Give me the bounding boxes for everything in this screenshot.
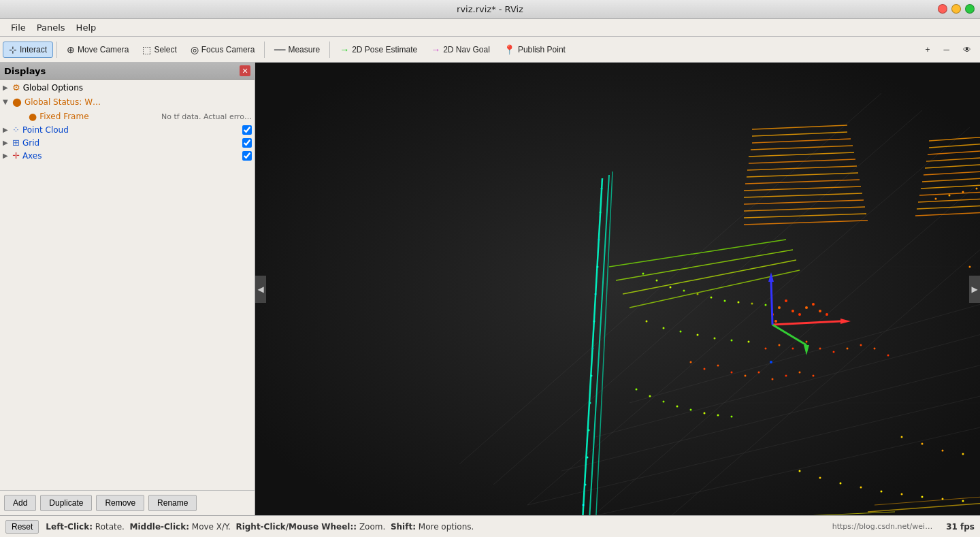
add-display-button[interactable]: + [919,42,936,57]
collapse-left-arrow[interactable]: ◀ [255,276,266,303]
svg-point-48 [714,338,716,340]
svg-line-145 [771,280,772,325]
select-icon: ⬚ [142,44,151,55]
tree-item-fixed-frame[interactable]: ● Fixed Frame No tf data. Actual erro… [0,110,255,123]
svg-point-177 [663,401,665,403]
expand-global-status[interactable]: ▼ [3,98,12,105]
axes-checkbox[interactable] [242,151,252,161]
interact-label: Interact [20,45,47,54]
add-icon: + [925,45,930,54]
svg-point-57 [805,306,808,309]
move-camera-button[interactable]: ⊕ Move Camera [61,42,135,58]
view-icon: 👁 [963,45,971,54]
fps-counter: 31 fps [946,522,975,532]
svg-point-185 [840,483,842,485]
svg-point-47 [697,334,699,336]
interact-button[interactable]: ⊹ Interact [3,42,53,58]
toolbar: ⊹ Interact ⊕ Move Camera ⬚ Select ◎ Focu… [0,37,980,63]
svg-point-20 [588,429,590,432]
svg-point-60 [826,313,828,316]
expand-global-options[interactable]: ▶ [3,84,12,91]
svg-point-150 [731,372,733,374]
svg-point-149 [717,365,719,367]
svg-point-22 [591,375,593,377]
nav-goal-button[interactable]: → 2D Nav Goal [425,42,496,58]
grid-checkbox[interactable] [242,138,252,148]
measure-button[interactable]: ━━ Measure [268,42,326,58]
statusbar: Reset Left-Click: Rotate. Middle-Click: … [0,515,980,537]
svg-point-175 [636,389,638,391]
svg-point-64 [806,341,808,343]
expand-axes[interactable]: ▶ [3,152,12,159]
menu-help[interactable]: Help [71,21,102,34]
svg-point-188 [901,493,903,495]
svg-point-49 [731,340,733,342]
pose-estimate-icon: → [340,44,349,55]
expand-grid[interactable]: ▶ [3,139,12,146]
svg-point-187 [881,491,883,493]
rename-button[interactable]: Rename [148,495,197,511]
displays-close-button[interactable]: ✕ [240,65,250,76]
menu-file[interactable]: File [5,21,31,34]
svg-point-93 [901,436,903,438]
remove-display-button[interactable]: ─ [937,42,956,57]
point-cloud-checkbox[interactable] [242,125,252,135]
viewport[interactable]: ◀ ▶ [255,63,980,515]
svg-point-21 [589,402,591,404]
publish-point-button[interactable]: 📍 Publish Point [497,42,572,58]
focus-camera-button[interactable]: ◎ Focus Camera [184,42,261,58]
svg-point-183 [799,470,801,472]
axes-label: Axes [22,151,42,161]
statusbar-url: https://blog.csdn.net/wei… [832,522,933,531]
tree-item-point-cloud[interactable]: ▶ ⁘ Point Cloud [0,123,255,136]
displays-panel: Displays ✕ ▶ ⚙ Global Options ▼ ● Global… [0,63,255,515]
publish-point-label: Publish Point [518,45,566,54]
svg-point-17 [583,504,585,506]
fixed-frame-label: Fixed Frame [39,112,88,121]
toolbar-separator-3 [329,42,330,58]
displays-title: Displays [4,66,46,76]
global-status-icon: ● [12,95,22,108]
minimize-button[interactable] [951,4,961,14]
remove-button[interactable]: Remove [96,495,144,511]
svg-point-54 [774,320,777,323]
svg-point-74 [976,188,978,190]
duplicate-button[interactable]: Duplicate [40,495,92,511]
maximize-button[interactable] [965,4,975,14]
svg-point-34 [642,273,644,275]
svg-point-29 [601,188,603,190]
svg-point-25 [595,293,597,295]
tree-item-grid[interactable]: ▶ ⊞ Grid [0,136,255,149]
svg-point-38 [697,293,699,295]
fixed-frame-status: No tf data. Actual erro… [161,112,252,121]
svg-point-176 [649,395,651,397]
svg-point-153 [772,378,774,380]
grid-label: Grid [22,138,39,148]
collapse-right-arrow[interactable]: ▶ [969,276,980,303]
expand-point-cloud[interactable]: ▶ [3,126,12,133]
svg-point-180 [704,412,706,414]
menu-panels[interactable]: Panels [31,21,71,34]
svg-point-19 [587,457,589,459]
select-button[interactable]: ⬚ Select [136,42,182,58]
close-button[interactable] [938,4,947,14]
svg-point-95 [942,450,944,452]
add-button[interactable]: Add [4,495,36,511]
svg-point-44 [646,321,648,323]
svg-point-65 [819,348,821,350]
svg-point-155 [799,372,801,374]
svg-point-147 [690,361,692,363]
reset-button[interactable]: Reset [5,520,39,534]
svg-point-52 [778,306,781,309]
window-controls [938,4,975,14]
view-button[interactable]: 👁 [957,42,977,57]
nav-goal-label: 2D Nav Goal [443,45,490,54]
tree-item-global-status[interactable]: ▼ ● Global Status: W… [0,94,255,110]
focus-camera-icon: ◎ [191,44,199,55]
window-title: rviz.rviz* - RViz [457,4,523,14]
pose-estimate-button[interactable]: → 2D Pose Estimate [333,42,423,58]
svg-point-68 [860,344,862,346]
tree-item-global-options[interactable]: ▶ ⚙ Global Options [0,81,255,94]
point-cloud-icon: ⁘ [12,125,20,135]
tree-item-axes[interactable]: ▶ ✛ Axes [0,149,255,162]
